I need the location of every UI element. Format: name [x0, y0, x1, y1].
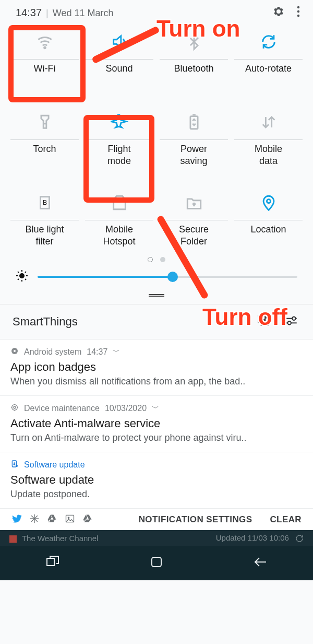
tile-autorotate[interactable]: Auto-rotate — [233, 26, 304, 87]
sound-icon — [85, 29, 153, 60]
notification-time: 10/03/2020 — [105, 404, 147, 413]
snowflake-icon[interactable] — [29, 513, 40, 526]
weather-channel-label: The Weather Channel — [9, 534, 98, 543]
notification-app-icon — [10, 403, 19, 414]
page-indicator — [0, 257, 313, 262]
notification-app-icon — [10, 460, 19, 470]
tile-label: Mobiledata — [255, 143, 282, 167]
tile-powersaving[interactable]: Powersaving — [159, 107, 229, 167]
svg-line-22 — [25, 272, 26, 273]
tile-wifi[interactable]: Wi-Fi — [9, 26, 80, 87]
tile-label: Wi-Fi — [34, 63, 56, 87]
svg-point-30 — [12, 405, 18, 411]
status-actions — [272, 5, 300, 20]
folder-icon — [160, 190, 228, 220]
page-dot-next[interactable] — [160, 257, 165, 262]
tile-securefolder[interactable]: SecureFolder — [159, 187, 229, 248]
svg-point-31 — [14, 406, 16, 408]
gear-icon[interactable] — [272, 5, 285, 20]
notification-settings-button[interactable]: NOTIFICATION SETTINGS — [139, 514, 252, 525]
bluetooth-icon — [160, 29, 228, 60]
back-button[interactable] — [252, 555, 268, 571]
tile-flightmode[interactable]: Flightmode — [84, 107, 154, 167]
svg-line-20 — [25, 279, 26, 280]
tile-hotspot[interactable]: MobileHotspot — [84, 187, 154, 248]
footer-app-icons — [11, 513, 93, 526]
tile-bluelight[interactable]: BBlue lightfilter — [9, 187, 80, 248]
notification-title: Activate Anti-malware service — [10, 417, 303, 430]
notification-body: Turn on Anti-malware to protect your pho… — [10, 432, 303, 443]
svg-rect-45 — [152, 557, 161, 567]
plane-icon — [85, 110, 153, 140]
notification-app-name: Android system — [24, 347, 81, 357]
svg-point-38 — [16, 465, 18, 467]
brightness-slider[interactable] — [38, 276, 297, 278]
notification-header: Device maintenance 10/03/2020 ﹀ — [10, 403, 303, 414]
tile-label: SecureFolder — [179, 224, 209, 248]
svg-point-44 — [68, 517, 69, 519]
torch-icon — [10, 110, 79, 140]
footer-actions: NOTIFICATION SETTINGS CLEAR — [139, 514, 302, 525]
smartthings-label: SmartThings — [13, 315, 78, 329]
notification-app-icon — [10, 347, 19, 357]
svg-point-13 — [267, 199, 270, 203]
weather-bar[interactable]: The Weather Channel Updated 11/03 10:06 — [0, 530, 313, 546]
tile-sound[interactable]: Sound — [84, 26, 154, 87]
status-separator: | — [46, 8, 49, 19]
notification-app-name: Software update — [24, 460, 85, 470]
svg-line-19 — [18, 272, 19, 273]
notification-footer: NOTIFICATION SETTINGS CLEAR — [0, 509, 313, 530]
updown-icon — [234, 110, 303, 140]
notification-item[interactable]: Android system 14:37 ﹀ App icon badges W… — [0, 339, 313, 396]
brightness-icon — [16, 270, 28, 284]
page-dot-current — [148, 257, 153, 262]
rotate-icon — [234, 29, 303, 60]
tile-label: Torch — [33, 143, 56, 167]
wifi-icon — [10, 29, 79, 60]
quick-settings-grid: Wi-FiSoundBluetoothAuto-rotateTorchFligh… — [0, 22, 313, 248]
smartthings-row[interactable]: SmartThings — [0, 304, 313, 339]
battery-icon — [160, 110, 228, 140]
recents-button[interactable] — [45, 555, 61, 571]
status-date: Wed 11 March — [53, 8, 114, 19]
image-icon[interactable] — [65, 513, 75, 526]
devices-icon[interactable] — [257, 314, 270, 330]
tile-label: Auto-rotate — [245, 63, 292, 87]
notification-body: Update postponed. — [10, 489, 303, 500]
svg-point-11 — [193, 203, 195, 205]
svg-point-1 — [297, 10, 299, 13]
home-button[interactable] — [150, 555, 163, 571]
status-left: 14:37 | Wed 11 March — [16, 7, 113, 19]
svg-point-3 — [44, 46, 45, 48]
weather-updated: Updated 11/03 10:06 — [216, 533, 304, 543]
svg-point-27 — [287, 321, 291, 325]
navigation-bar — [0, 546, 313, 580]
tile-torch[interactable]: Torch — [9, 107, 80, 167]
notification-item[interactable]: Software update Software update Update p… — [0, 452, 313, 509]
more-icon[interactable] — [296, 5, 300, 20]
clear-button[interactable]: CLEAR — [270, 514, 302, 525]
tile-label: Bluetooth — [174, 63, 213, 87]
notification-header: Software update — [10, 460, 303, 470]
notification-time: 14:37 — [87, 347, 107, 357]
pin-icon — [234, 190, 303, 220]
notification-body: When you dismiss all notifications from … — [10, 376, 303, 387]
tile-location[interactable]: Location — [233, 187, 304, 248]
tile-bluetooth[interactable]: Bluetooth — [159, 26, 229, 87]
svg-point-2 — [297, 15, 299, 17]
notification-list: Android system 14:37 ﹀ App icon badges W… — [0, 339, 313, 509]
svg-point-14 — [19, 273, 25, 278]
panel-drag-handle[interactable] — [0, 289, 313, 299]
drive-icon-2[interactable] — [82, 513, 93, 526]
brightness-slider-row — [0, 266, 313, 289]
drive-icon[interactable] — [47, 513, 57, 526]
smartthings-actions — [257, 314, 298, 330]
notification-item[interactable]: Device maintenance 10/03/2020 ﹀ Activate… — [0, 396, 313, 452]
svg-point-25 — [292, 317, 296, 320]
chevron-down-icon[interactable]: ﹀ — [152, 404, 159, 413]
settings-sliders-icon[interactable] — [285, 314, 298, 330]
svg-line-21 — [18, 279, 19, 280]
tile-mobiledata[interactable]: Mobiledata — [233, 107, 304, 167]
chevron-down-icon[interactable]: ﹀ — [113, 347, 120, 357]
twitter-icon[interactable] — [11, 513, 22, 526]
